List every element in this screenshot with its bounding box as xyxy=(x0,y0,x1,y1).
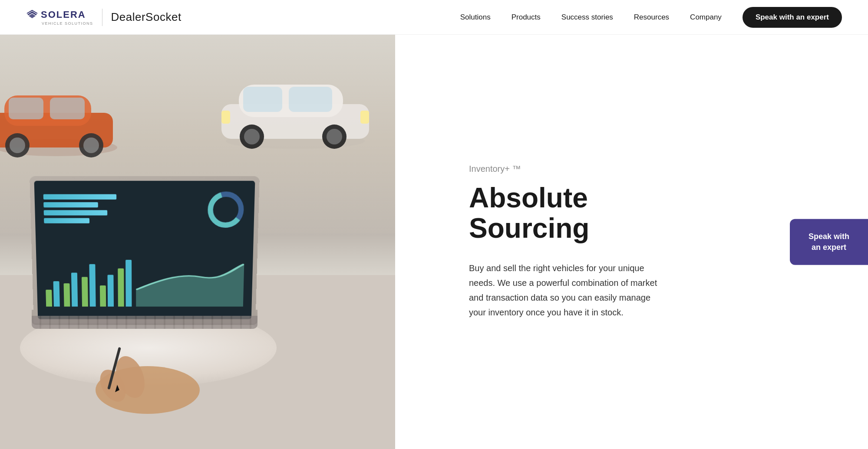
orange-car xyxy=(0,69,126,165)
logo-divider xyxy=(102,9,102,26)
nav-item-solutions[interactable]: Solutions xyxy=(460,13,491,22)
product-description: Buy and sell the right vehicles for your… xyxy=(469,261,660,320)
hand-stylus xyxy=(87,338,208,416)
solera-icon xyxy=(26,10,38,20)
content-card: Inventory+ ™ Absolute Sourcing Buy and s… xyxy=(439,138,690,346)
laptop-screen xyxy=(34,180,255,319)
svg-point-15 xyxy=(244,129,260,144)
nav-item-resources[interactable]: Resources xyxy=(634,13,669,22)
hero-photo xyxy=(0,35,395,449)
dealersocket-brand: DealerSocket xyxy=(111,10,182,24)
keyboard-texture xyxy=(32,316,257,329)
chart-area xyxy=(43,190,246,311)
solera-logo: SOLERA Vehicle Solutions xyxy=(26,9,93,26)
svg-rect-12 xyxy=(243,87,282,112)
donut-chart xyxy=(206,190,246,229)
solera-subtitle: Vehicle Solutions xyxy=(26,21,93,26)
hero-image-section xyxy=(0,35,395,449)
speak-expert-button[interactable]: Speak with an expert xyxy=(743,7,842,28)
solera-text: SOLERA xyxy=(41,9,86,20)
nav-item-success-stories[interactable]: Success stories xyxy=(561,13,613,22)
main-content: Inventory+ ™ Absolute Sourcing Buy and s… xyxy=(0,35,868,449)
svg-point-17 xyxy=(327,129,342,144)
floating-cta-line2: an expert xyxy=(812,243,846,252)
svg-rect-3 xyxy=(9,98,43,119)
svg-point-22 xyxy=(217,200,234,218)
product-title: Absolute Sourcing xyxy=(469,183,660,244)
floating-speak-expert-button[interactable]: Speak with an expert xyxy=(790,219,868,265)
bar-chart xyxy=(45,255,244,306)
svg-rect-4 xyxy=(50,98,85,119)
svg-rect-19 xyxy=(360,111,369,124)
svg-rect-18 xyxy=(221,111,230,124)
svg-point-8 xyxy=(83,138,99,153)
hero-content-section: Inventory+ ™ Absolute Sourcing Buy and s… xyxy=(395,35,868,449)
svg-point-6 xyxy=(10,138,25,153)
solera-brand: SOLERA xyxy=(26,9,86,20)
white-car xyxy=(213,61,378,156)
main-nav: Solutions Products Success stories Resou… xyxy=(460,7,842,28)
svg-rect-13 xyxy=(289,87,332,112)
h-bars xyxy=(43,194,134,223)
laptop-body xyxy=(30,176,260,323)
nav-item-company[interactable]: Company xyxy=(690,13,722,22)
nav-item-products[interactable]: Products xyxy=(512,13,541,22)
product-tag: Inventory+ ™ xyxy=(469,164,660,174)
header: SOLERA Vehicle Solutions DealerSocket So… xyxy=(0,0,868,35)
logo-area: SOLERA Vehicle Solutions DealerSocket xyxy=(26,9,182,26)
floating-cta-line1: Speak with xyxy=(809,232,849,240)
